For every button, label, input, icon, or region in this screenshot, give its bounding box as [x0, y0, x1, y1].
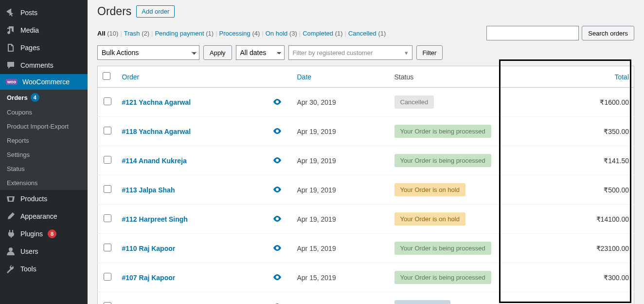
sidebar-item-users[interactable]: Users	[0, 243, 88, 260]
sidebar-item-label: Users	[20, 247, 38, 255]
order-date: Apr 15, 2019	[292, 263, 390, 292]
row-checkbox[interactable]	[104, 302, 111, 304]
customer-filter-select[interactable]: Filter by registered customer ▾	[288, 45, 412, 60]
table-row: #121 Yachna AgarwalApr 30, 2019Cancelled…	[98, 88, 634, 117]
status-link-pending-payment[interactable]: Pending payment	[155, 30, 204, 37]
chevron-down-icon: ▾	[405, 49, 408, 57]
sidebar-item-label: Appearance	[20, 212, 57, 220]
sidebar-subitem-coupons[interactable]: Coupons	[0, 105, 88, 119]
order-date: Apr 19, 2019	[292, 205, 390, 234]
col-order[interactable]: Order	[117, 66, 268, 88]
sidebar-subitem-label: Settings	[7, 151, 30, 158]
status-count: (3)	[289, 30, 297, 37]
order-total: ₹141.50	[545, 146, 634, 175]
status-count: (4)	[252, 30, 260, 37]
order-link[interactable]: #110 Raj Kapoor	[122, 245, 176, 252]
table-row: #110 Raj KapoorApr 15, 2019Your Order is…	[98, 234, 634, 263]
preview-icon[interactable]	[273, 245, 282, 252]
appearance-icon	[6, 211, 16, 221]
sidebar-item-plugins[interactable]: Plugins8	[0, 225, 88, 243]
row-checkbox[interactable]	[104, 273, 111, 281]
sidebar-subitem-label: Extensions	[7, 179, 38, 187]
status-link-cancelled[interactable]: Cancelled	[348, 30, 376, 37]
row-checkbox[interactable]	[104, 214, 111, 222]
admin-sidebar: PostsMediaPagesCommentswooWooCommerceOrd…	[0, 0, 88, 304]
order-link[interactable]: #114 Anand Kukreja	[122, 157, 187, 165]
preview-icon[interactable]	[273, 186, 282, 194]
sidebar-item-comments[interactable]: Comments	[0, 57, 88, 74]
row-checkbox[interactable]	[104, 185, 111, 193]
pin-icon	[6, 8, 16, 18]
row-checkbox[interactable]	[104, 127, 111, 134]
woo-icon: woo	[6, 79, 18, 85]
order-total: ₹14100.00	[545, 205, 634, 234]
page-title: Orders	[97, 5, 131, 18]
sidebar-subitem-orders[interactable]: Orders4	[0, 90, 88, 105]
table-row: #107 Raj KapoorApr 15, 2019Your Order is…	[98, 263, 634, 292]
sidebar-subitem-reports[interactable]: Reports	[0, 133, 88, 148]
col-date[interactable]: Date	[292, 66, 390, 88]
status-count: (1)	[206, 30, 214, 37]
orders-table: Order Date Status Total #121 Yachna Agar…	[97, 66, 634, 304]
order-total: ₹23100.00	[545, 234, 634, 263]
status-link-trash[interactable]: Trash	[124, 30, 140, 37]
sidebar-subitem-product-import-export[interactable]: Product Import-Export	[0, 119, 88, 133]
row-checkbox[interactable]	[104, 244, 111, 251]
pages-icon	[6, 43, 16, 53]
dates-select[interactable]: All dates	[236, 45, 285, 60]
status-badge: Order Received	[394, 300, 450, 304]
order-link[interactable]: #121 Yachna Agarwal	[122, 98, 191, 106]
status-filter-links: All (10)|Trash (2)|Pending payment (1)|P…	[97, 30, 386, 37]
status-count: (10)	[107, 30, 118, 37]
preview-icon[interactable]	[273, 157, 282, 165]
sidebar-item-pages[interactable]: Pages	[0, 39, 88, 57]
col-total[interactable]: Total	[545, 66, 634, 88]
preview-icon[interactable]	[273, 128, 282, 135]
status-link-processing[interactable]: Processing	[219, 30, 250, 37]
table-row: #113 Jalpa ShahApr 19, 2019Your Order is…	[98, 175, 634, 205]
sidebar-item-appearance[interactable]: Appearance	[0, 208, 88, 225]
sidebar-subitem-extensions[interactable]: Extensions	[0, 176, 88, 190]
select-all-checkbox[interactable]	[103, 72, 110, 80]
sidebar-item-posts[interactable]: Posts	[0, 4, 88, 21]
status-link-on-hold[interactable]: On hold	[266, 30, 288, 37]
sidebar-item-woocommerce[interactable]: wooWooCommerce	[0, 74, 88, 90]
sidebar-item-label: Plugins	[20, 230, 43, 238]
order-link[interactable]: #118 Yachna Agarwal	[122, 128, 191, 135]
sidebar-item-label: Media	[20, 26, 39, 34]
bulk-actions-select[interactable]: Bulk Actions	[97, 45, 199, 60]
sidebar-item-media[interactable]: Media	[0, 21, 88, 39]
order-date: Apr 30, 2019	[292, 88, 390, 117]
sidebar-item-tools[interactable]: Tools	[0, 260, 88, 278]
row-checkbox[interactable]	[104, 156, 111, 164]
search-orders-button[interactable]: Search orders	[582, 26, 634, 40]
sidebar-subitem-status[interactable]: Status	[0, 162, 88, 176]
sidebar-subitem-settings[interactable]: Settings	[0, 148, 88, 162]
order-date: Apr 19, 2019	[292, 175, 390, 205]
status-count: (1)	[335, 30, 343, 37]
status-badge: Your Order is on hold	[394, 183, 465, 196]
order-total: ₹500.00	[545, 175, 634, 205]
status-link-completed[interactable]: Completed	[303, 30, 333, 37]
order-total: ₹300.00	[545, 263, 634, 292]
table-row: #118 Yachna AgarwalApr 19, 2019Your Orde…	[98, 117, 634, 146]
order-link[interactable]: #113 Jalpa Shah	[122, 186, 175, 194]
apply-button[interactable]: Apply	[203, 45, 232, 60]
order-total: ₹1600.00	[545, 88, 634, 117]
status-link-all[interactable]: All	[97, 30, 106, 37]
order-link[interactable]: #107 Raj Kapoor	[122, 274, 176, 282]
preview-icon[interactable]	[273, 215, 282, 223]
search-input[interactable]	[486, 26, 579, 40]
sidebar-item-products[interactable]: Products	[0, 190, 88, 208]
add-order-button[interactable]: Add order	[136, 5, 175, 18]
sidebar-item-label: Posts	[20, 9, 37, 17]
sidebar-subitem-label: Status	[7, 165, 25, 172]
preview-icon[interactable]	[273, 274, 282, 282]
main-content: Orders Add order All (10)|Trash (2)|Pend…	[88, 0, 644, 304]
sidebar-item-label: Comments	[20, 61, 54, 69]
row-checkbox[interactable]	[104, 97, 111, 105]
preview-icon[interactable]	[273, 98, 282, 106]
filter-button[interactable]: Filter	[416, 45, 443, 60]
products-icon	[6, 194, 16, 204]
order-link[interactable]: #112 Harpreet Singh	[122, 215, 188, 223]
